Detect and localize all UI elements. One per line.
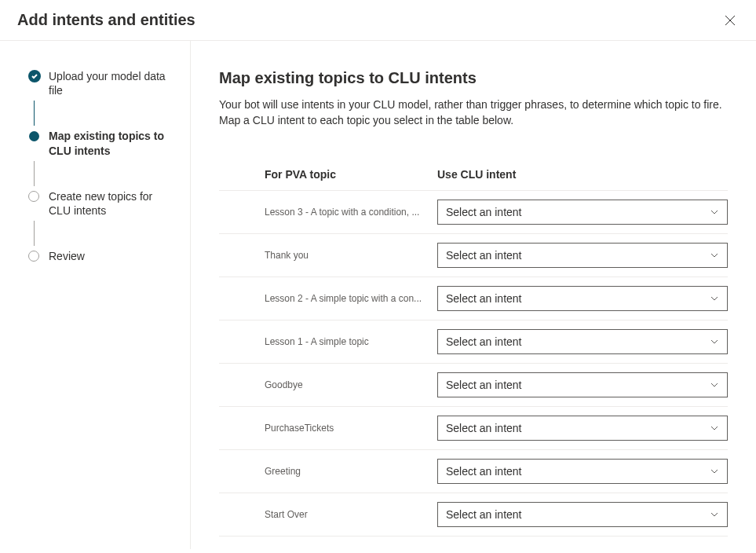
page-title: Map existing topics to CLU intents bbox=[219, 69, 728, 87]
step-upload-model[interactable]: Upload your model data file bbox=[28, 69, 173, 97]
step-label: Create new topics for CLU intents bbox=[49, 189, 173, 218]
pending-step-icon bbox=[28, 191, 39, 202]
chevron-down-icon bbox=[710, 467, 719, 476]
select-placeholder: Select an intent bbox=[446, 379, 522, 391]
chevron-down-icon bbox=[710, 337, 719, 346]
intent-select[interactable]: Select an intent bbox=[437, 459, 728, 484]
step-review[interactable]: Review bbox=[28, 249, 173, 263]
table-header: For PVA topic Use CLU intent bbox=[219, 168, 728, 191]
intent-select[interactable]: Select an intent bbox=[437, 286, 728, 311]
page-description: Your bot will use intents in your CLU mo… bbox=[219, 97, 728, 129]
table-row: Lesson 1 - A simple topic Select an inte… bbox=[219, 320, 728, 364]
intent-select[interactable]: Select an intent bbox=[437, 502, 728, 527]
table-row: Start Over Select an intent bbox=[219, 493, 728, 537]
select-placeholder: Select an intent bbox=[446, 422, 522, 434]
topic-name: Start Over bbox=[265, 509, 437, 520]
table-row: Thank you Select an intent bbox=[219, 234, 728, 277]
intent-select[interactable]: Select an intent bbox=[437, 329, 728, 354]
step-connector bbox=[34, 101, 35, 126]
chevron-down-icon bbox=[710, 423, 719, 433]
select-placeholder: Select an intent bbox=[446, 335, 522, 348]
table-row: Greeting Select an intent bbox=[219, 450, 728, 493]
select-placeholder: Select an intent bbox=[446, 465, 522, 478]
intent-select[interactable]: Select an intent bbox=[437, 243, 728, 268]
table-row: PurchaseTickets Select an intent bbox=[219, 407, 728, 450]
step-map-topics[interactable]: Map existing topics to CLU intents bbox=[28, 129, 173, 157]
table-row: Goodbye Select an intent bbox=[219, 364, 728, 407]
chevron-down-icon bbox=[710, 251, 719, 260]
step-label: Map existing topics to CLU intents bbox=[49, 129, 173, 157]
step-label: Review bbox=[49, 249, 85, 263]
select-placeholder: Select an intent bbox=[446, 508, 522, 521]
pending-step-icon bbox=[28, 251, 39, 262]
table-row: Lesson 2 - A simple topic with a con... … bbox=[219, 277, 728, 320]
table-row: Lesson 3 - A topic with a condition, ...… bbox=[219, 191, 728, 234]
select-placeholder: Select an intent bbox=[446, 249, 522, 262]
select-placeholder: Select an intent bbox=[446, 206, 522, 218]
close-button[interactable] bbox=[721, 12, 739, 29]
topic-name: Lesson 3 - A topic with a condition, ... bbox=[265, 207, 437, 218]
current-step-icon bbox=[29, 131, 39, 141]
intent-select[interactable]: Select an intent bbox=[437, 372, 728, 397]
step-label: Upload your model data file bbox=[49, 69, 173, 97]
chevron-down-icon bbox=[710, 207, 719, 217]
intent-select[interactable]: Select an intent bbox=[437, 416, 728, 441]
wizard-steps-sidebar: Upload your model data file Map existing… bbox=[0, 41, 191, 549]
step-create-topics[interactable]: Create new topics for CLU intents bbox=[28, 189, 173, 218]
topic-name: Lesson 1 - A simple topic bbox=[265, 336, 437, 347]
mapping-table: For PVA topic Use CLU intent Lesson 3 - … bbox=[219, 168, 728, 537]
main-content: Map existing topics to CLU intents Your … bbox=[191, 41, 756, 549]
step-connector bbox=[34, 161, 35, 186]
chevron-down-icon bbox=[710, 294, 719, 303]
topic-name: Goodbye bbox=[265, 379, 437, 390]
check-icon bbox=[28, 70, 41, 82]
step-connector bbox=[34, 221, 35, 246]
dialog-header: Add intents and entities bbox=[0, 0, 756, 41]
topic-name: Lesson 2 - A simple topic with a con... bbox=[265, 293, 437, 304]
topic-name: Thank you bbox=[265, 250, 437, 261]
chevron-down-icon bbox=[710, 380, 719, 390]
chevron-down-icon bbox=[710, 510, 719, 519]
close-icon bbox=[725, 15, 736, 26]
topic-name: PurchaseTickets bbox=[265, 423, 437, 434]
column-header-intent: Use CLU intent bbox=[437, 168, 728, 181]
topic-name: Greeting bbox=[265, 466, 437, 477]
column-header-topic: For PVA topic bbox=[265, 168, 437, 181]
select-placeholder: Select an intent bbox=[446, 292, 522, 305]
intent-select[interactable]: Select an intent bbox=[437, 200, 728, 225]
dialog-title: Add intents and entities bbox=[17, 11, 195, 29]
